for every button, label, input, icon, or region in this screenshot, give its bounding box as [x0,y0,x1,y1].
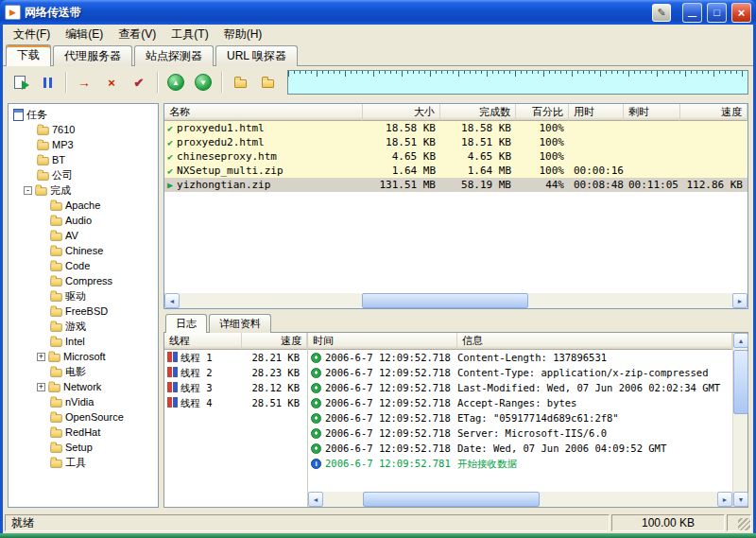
scroll-left-button[interactable]: ◄ [308,492,323,507]
tree-item[interactable]: 驱动 [9,288,158,304]
move-down-button[interactable]: ▼ [191,70,215,95]
tree-item[interactable]: nVidia [9,394,158,409]
download-row[interactable]: ✔proxyedu1.html 18.58 KB 18.58 KB 100% [164,121,747,135]
download-row[interactable]: ✔proxyedu2.html 18.51 KB 18.51 KB 100% [164,135,747,149]
minimize-button[interactable]: — [682,3,702,23]
scroll-right-button[interactable]: ► [732,293,747,308]
tree-item[interactable]: 电影 [9,364,158,379]
download-row[interactable]: ✔chineseproxy.htm 4.65 KB 4.65 KB 100% [164,149,747,164]
tree-item[interactable]: Code [9,258,158,273]
menu-edit[interactable]: 编辑(E) [58,25,111,44]
column-header-elapsed[interactable]: 用时 [569,104,624,121]
info-icon: i [311,459,321,469]
tree-item[interactable]: BT [9,152,158,167]
tree-item[interactable]: Apache [9,198,158,213]
tree-item[interactable]: RedHat [9,425,158,440]
menu-file[interactable]: 文件(F) [6,25,58,44]
log-row[interactable]: 2006-6-7 12:09:52.718Date: Wed, 07 Jun 2… [308,441,732,456]
new-task-button[interactable] [8,70,32,95]
close-button[interactable]: × [731,3,751,23]
tree-item[interactable]: 7610 [9,122,158,137]
thread-row[interactable]: 线程 428.51 KB [164,395,307,410]
tree-item[interactable]: MP3 [9,137,158,152]
tree-item[interactable]: 游戏 [9,319,158,334]
menu-view[interactable]: 查看(V) [111,25,163,44]
scroll-thumb[interactable] [362,293,528,308]
log-hscrollbar[interactable]: ◄ ► [308,492,732,507]
cell-remaining [624,121,680,135]
log-row[interactable]: 2006-6-7 12:09:52.718Content-Length: 137… [308,350,732,365]
column-header-completed[interactable]: 完成数 [440,104,516,121]
thread-icon [167,352,178,362]
tree-item[interactable]: Chinese [9,243,158,258]
resize-grip[interactable] [738,518,750,530]
thread-row[interactable]: 线程 128.21 KB [164,350,307,365]
column-header-remaining[interactable]: 剩时 [624,104,680,121]
expand-icon[interactable]: + [37,353,45,361]
tree-item[interactable]: Intel [9,334,158,349]
tree-item-network[interactable]: +Network [9,379,158,394]
download-row-active[interactable]: ▶yizhongtian.zip 131.51 MB 58.19 MB 44% … [164,178,747,192]
browse-folder-button[interactable] [255,70,280,95]
column-header-size[interactable]: 大小 [363,104,440,121]
download-list-hscrollbar[interactable]: ◄ ► [164,293,747,308]
collapse-icon[interactable]: - [24,186,32,195]
move-up-button[interactable]: ▲ [163,70,188,95]
tree-item[interactable]: Audio [9,213,158,228]
scroll-up-button[interactable]: ▲ [733,333,748,348]
thread-speed: 28.12 KB [242,380,307,395]
titlebar-tool-button[interactable]: ✎ [652,4,671,22]
scroll-down-button[interactable]: ▼ [733,492,748,507]
tree-item-microsoft[interactable]: +Microsoft [9,349,158,364]
column-header-thread[interactable]: 线程 [164,333,242,350]
tree-item[interactable]: 工具 [9,455,158,470]
menu-help[interactable]: 帮助(H) [216,25,270,44]
commit-button[interactable]: ✔ [127,70,151,95]
scroll-track[interactable] [323,492,717,507]
open-folder-button[interactable] [228,70,252,95]
log-row-highlight[interactable]: i2006-6-7 12:09:52.781开始接收数据 [308,456,732,471]
tab-proxy-server[interactable]: 代理服务器 [53,45,132,66]
column-header-time[interactable]: 时间 [308,333,457,350]
expand-icon[interactable]: + [37,383,45,391]
scroll-right-button[interactable]: ► [717,492,732,507]
scroll-track[interactable] [733,348,747,492]
tree-item[interactable]: 公司 [9,167,158,182]
log-row[interactable]: 2006-6-7 12:09:52.718Content-Type: appli… [308,365,732,380]
scroll-thumb[interactable] [363,492,541,507]
delete-task-button[interactable]: × [99,70,124,95]
tab-url-sniffer[interactable]: URL 嗅探器 [215,45,298,66]
scroll-left-button[interactable]: ◄ [164,293,180,308]
tree-item-tasks[interactable]: 任务 [9,107,158,122]
log-row[interactable]: 2006-6-7 12:09:52.718Accept-Ranges: byte… [308,395,732,410]
tab-log[interactable]: 日志 [165,314,207,333]
log-row[interactable]: 2006-6-7 12:09:52.718Last-Modified: Wed,… [308,380,732,395]
titlebar[interactable]: ▶ 网络传送带 ✎ — □ × [0,0,756,25]
tab-download[interactable]: 下载 [6,44,51,66]
log-vscrollbar[interactable]: ▲ ▼ [732,333,747,507]
column-header-info[interactable]: 信息 [457,333,732,350]
download-row[interactable]: ✔NXSetup_multi.zip 1.64 MB 1.64 MB 100% … [164,164,747,178]
move-task-button[interactable]: → [72,70,96,95]
thread-row[interactable]: 线程 228.23 KB [164,365,307,380]
tree-item[interactable]: AV [9,228,158,243]
column-header-name[interactable]: 名称 [164,104,363,121]
tree-item-completed[interactable]: -完成 [9,182,158,198]
scroll-track[interactable] [180,293,732,308]
pause-button[interactable] [35,70,60,95]
maximize-button[interactable]: □ [707,3,727,23]
log-row[interactable]: 2006-6-7 12:09:52.718ETag: "05917714d689… [308,410,732,425]
tree-item[interactable]: Compress [9,273,158,288]
menu-tools[interactable]: 工具(T) [163,25,215,44]
tab-details[interactable]: 详细资料 [209,314,271,333]
column-header-thread-speed[interactable]: 速度 [242,333,307,350]
column-header-speed[interactable]: 速度 [680,104,747,121]
column-header-percent[interactable]: 百分比 [516,104,569,121]
tree-item[interactable]: Setup [9,440,158,455]
tree-item[interactable]: FreeBSD [9,304,158,319]
tree-item[interactable]: OpenSource [9,409,158,425]
log-row[interactable]: 2006-6-7 12:09:52.718Server: Microsoft-I… [308,425,732,441]
scroll-thumb[interactable] [733,350,748,414]
thread-row[interactable]: 线程 328.12 KB [164,380,307,395]
tab-site-explorer[interactable]: 站点探测器 [134,45,214,66]
